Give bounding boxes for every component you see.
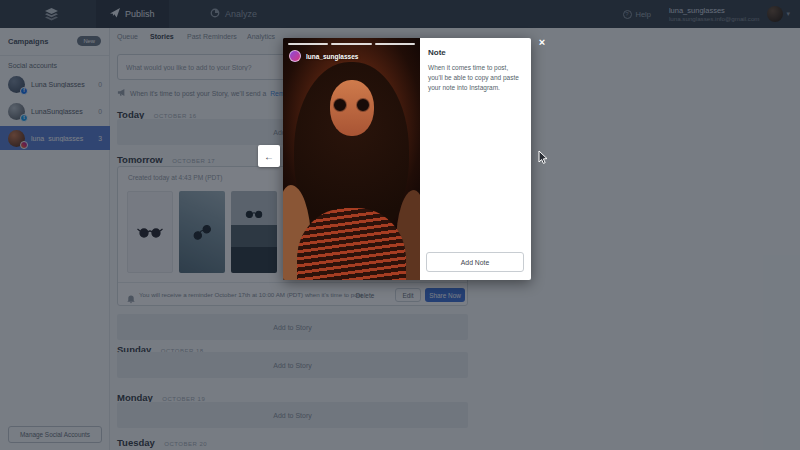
- story-progress-segment: [331, 43, 371, 45]
- story-avatar: [289, 50, 301, 62]
- story-progress-bar: [288, 43, 415, 45]
- photo-sunglasses: [333, 98, 347, 112]
- note-body: When it comes time to post, you'll be ab…: [428, 63, 523, 93]
- story-phone-preview: luna_sunglasses: [283, 38, 420, 280]
- story-progress-segment: [288, 43, 328, 45]
- story-user-header: luna_sunglasses: [289, 50, 358, 62]
- previous-story-arrow-button[interactable]: ←: [258, 145, 280, 167]
- note-title: Note: [428, 48, 523, 57]
- note-panel: Note When it comes time to post, you'll …: [420, 38, 531, 280]
- story-progress-segment: [375, 43, 415, 45]
- story-username: luna_sunglasses: [306, 53, 358, 60]
- story-photo: [283, 38, 420, 280]
- add-note-button[interactable]: Add Note: [426, 252, 524, 272]
- story-preview-modal: luna_sunglasses Note When it comes time …: [283, 38, 531, 280]
- close-icon[interactable]: ×: [536, 36, 548, 48]
- photo-sunglasses: [356, 98, 370, 112]
